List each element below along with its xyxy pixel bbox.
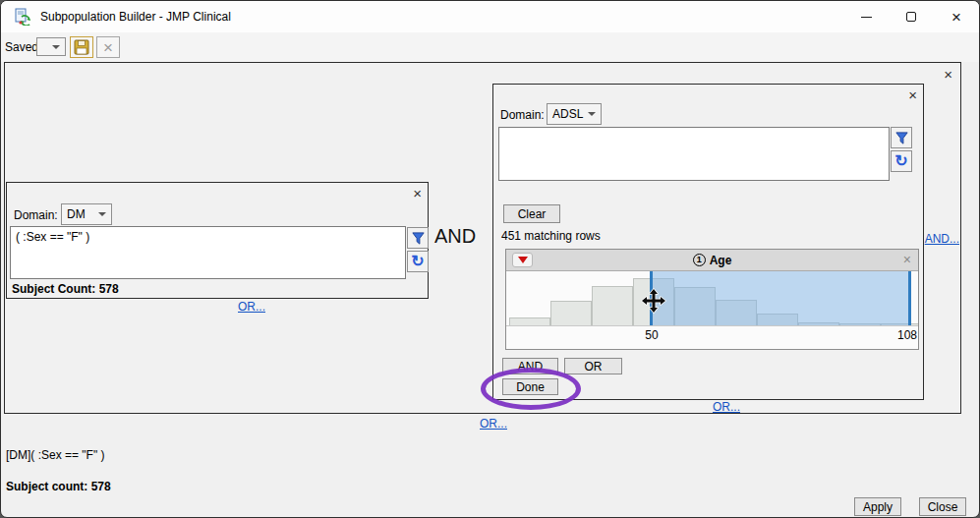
dm-filter-expression: ( :Sex == "F" )	[16, 230, 89, 244]
app-icon	[14, 8, 31, 26]
saved-dropdown[interactable]	[36, 37, 66, 56]
histogram-axis: 50 108	[506, 326, 918, 348]
refresh-icon: ↻	[894, 153, 907, 169]
main-or-link[interactable]: OR...	[480, 417, 507, 431]
title-bar: Subpopulation Builder - JMP Clinical ×	[1, 1, 979, 32]
dialog-close-button[interactable]: Close	[919, 497, 966, 516]
adsl-panel-close-button[interactable]: ×	[908, 87, 917, 102]
or-button[interactable]: OR	[564, 358, 622, 374]
dm-subject-count: Subject Count: 578	[12, 282, 119, 296]
histogram-bar	[509, 317, 550, 325]
histogram-bar	[592, 286, 633, 325]
chevron-down-icon	[588, 112, 596, 116]
move-cursor-icon	[641, 288, 666, 314]
filter-funnel-icon	[411, 231, 426, 246]
dm-filter-button[interactable]	[407, 227, 429, 249]
minimize-button[interactable]	[843, 1, 889, 32]
dm-filter-panel: × Domain: DM ( :Sex == "F" ) ↻ Subject C…	[6, 182, 429, 299]
refresh-icon: ↻	[411, 254, 424, 269]
dm-domain-dropdown[interactable]: DM	[61, 203, 112, 225]
axis-tick-low: 50	[638, 328, 665, 342]
dm-domain-value: DM	[67, 207, 86, 221]
close-icon: ×	[951, 9, 961, 26]
subject-count-summary: Subject count: 578	[6, 480, 111, 493]
apply-button[interactable]: Apply	[854, 497, 901, 516]
close-button[interactable]: ×	[934, 1, 979, 32]
filter-funnel-icon	[894, 131, 909, 145]
group-close-button[interactable]: ×	[944, 67, 952, 82]
histogram-title-text: Age	[710, 254, 732, 267]
red-triangle-menu-button[interactable]	[512, 253, 533, 267]
order-badge-icon: 1	[693, 254, 706, 266]
range-slider-high-handle[interactable]	[908, 271, 911, 325]
chevron-down-icon	[52, 45, 60, 49]
minimize-icon	[861, 17, 872, 18]
window-title: Subpopulation Builder - JMP Clinical	[40, 10, 231, 24]
matching-rows-label: 451 matching rows	[501, 229, 601, 243]
adsl-or-link[interactable]: OR...	[713, 400, 740, 414]
saved-toolbar: Saved: ×	[1, 32, 979, 62]
dm-panel-close-button[interactable]: ×	[413, 186, 422, 201]
red-triangle-icon	[518, 257, 528, 263]
adsl-filter-panel: × Domain: ADSL ↻ Clear 451 matching rows	[492, 84, 924, 400]
save-icon	[74, 39, 89, 55]
axis-tick-high: 108	[890, 328, 917, 342]
adsl-refresh-button[interactable]: ↻	[891, 150, 912, 172]
maximize-icon	[906, 12, 916, 22]
delete-icon: ×	[103, 39, 113, 56]
adsl-filter-button[interactable]	[891, 127, 912, 148]
subpopulation-builder-window: Subpopulation Builder - JMP Clinical × S…	[0, 0, 980, 518]
maximize-button[interactable]	[889, 1, 934, 32]
selection-region[interactable]	[652, 271, 909, 325]
annotation-ellipse	[481, 368, 581, 410]
dm-refresh-button[interactable]: ↻	[407, 251, 429, 272]
adsl-domain-dropdown[interactable]: ADSL	[547, 103, 602, 125]
histogram-plot	[506, 271, 918, 326]
dm-filter-textarea[interactable]: ( :Sex == "F" )	[10, 226, 406, 279]
and-connector: AND	[434, 225, 476, 248]
dm-or-link[interactable]: OR...	[238, 300, 265, 314]
histogram-bar	[550, 301, 592, 325]
filter-expression-summary: [DM]( :Sex == "F" )	[6, 448, 105, 462]
adsl-domain-value: ADSL	[552, 107, 583, 121]
delete-saved-button[interactable]: ×	[96, 36, 120, 58]
save-button[interactable]	[70, 36, 93, 58]
chevron-down-icon	[98, 212, 106, 216]
clear-button[interactable]: Clear	[503, 204, 560, 223]
dm-domain-label: Domain:	[14, 208, 58, 222]
age-histogram-widget: 1 Age × 50 108	[505, 249, 919, 350]
adsl-filter-textarea[interactable]	[498, 127, 890, 181]
histogram-title: 1 Age	[693, 254, 732, 267]
histogram-close-button[interactable]: ×	[903, 253, 911, 266]
and-link[interactable]: AND...	[925, 232, 959, 246]
histogram-header: 1 Age ×	[506, 250, 918, 271]
filter-group: × AND AND... × Domain: DM ( :Sex == "F" …	[4, 62, 961, 414]
adsl-domain-label: Domain:	[500, 108, 545, 122]
